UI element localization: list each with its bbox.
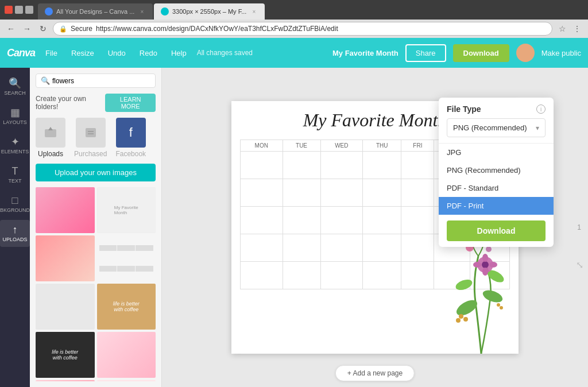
cal-cell: [401, 234, 434, 262]
refresh-button[interactable]: ↻: [37, 22, 49, 35]
close-window-button[interactable]: [5, 6, 13, 14]
option-pdf-standard[interactable]: PDF - Standard: [439, 179, 554, 197]
svg-point-6: [481, 288, 504, 304]
sidebar-item-layouts[interactable]: ▦ LAYOUTS: [0, 103, 30, 130]
sidebar-layouts-label: LAYOUTS: [3, 119, 26, 125]
tab1-label: All Your Designs – Canva ...: [56, 8, 134, 15]
image-thumb-2[interactable]: My FavoriteMonth: [97, 187, 156, 233]
menu-file[interactable]: File: [42, 47, 61, 60]
cal-cell: [241, 207, 283, 234]
file-type-select[interactable]: PNG (Recommended) ▾: [447, 118, 546, 137]
cal-cell: [241, 152, 283, 179]
address-bar: ← → ↻ 🔒 Secure https://www.canva.com/des…: [0, 20, 588, 38]
top-bar: Canva File Resize Undo Redo Help All cha…: [0, 38, 588, 68]
svg-point-18: [489, 262, 497, 268]
sidebar: 🔍 SEARCH ▦ LAYOUTS ✦ ELEMENTS T TEXT □ B…: [0, 68, 30, 387]
cal-cell: [401, 262, 434, 289]
tab-purchased[interactable]: Purchased: [74, 118, 107, 158]
minimize-window-button[interactable]: [15, 6, 23, 14]
forward-button[interactable]: →: [21, 22, 33, 35]
secure-label: Secure: [71, 25, 92, 33]
image-thumb-7[interactable]: life is betterwith coffee: [36, 332, 95, 378]
upload-images-button[interactable]: Upload your own images: [36, 164, 156, 181]
cal-cell: [363, 207, 401, 234]
image-thumb-3[interactable]: [36, 235, 95, 281]
share-button[interactable]: Share: [405, 44, 446, 62]
sidebar-item-background[interactable]: □ BKGROUND: [0, 191, 30, 218]
menu-redo[interactable]: Redo: [136, 47, 161, 60]
sidebar-search-label: SEARCH: [4, 90, 26, 96]
svg-point-27: [500, 306, 503, 309]
url-text: https://www.canva.com/design/DACxNfkYOwY…: [96, 25, 338, 33]
cal-cell: [363, 152, 401, 179]
resize-handle[interactable]: ⤡: [576, 260, 583, 270]
uploads-tab-icon: [36, 118, 65, 148]
browser-tab-2[interactable]: 3300px × 2550px – My F... ×: [154, 3, 265, 20]
menu-resize[interactable]: Resize: [68, 47, 98, 60]
cal-cell: [283, 152, 320, 179]
upload-tabs: Uploads Purchased f Facebook: [36, 118, 156, 158]
uploads-icon: ↑: [13, 225, 18, 235]
url-bar[interactable]: 🔒 Secure https://www.canva.com/design/DA…: [53, 22, 552, 36]
file-type-popup: File Type i PNG (Recommended) ▾ JPG PNG …: [439, 98, 554, 247]
svg-point-25: [456, 318, 461, 323]
menu-help[interactable]: Help: [168, 47, 190, 60]
option-pdf-print[interactable]: PDF - Print: [439, 197, 554, 215]
tab1-close[interactable]: ×: [138, 7, 146, 16]
sidebar-uploads-label: UPLOADS: [3, 237, 28, 242]
popup-download-button[interactable]: Download: [447, 220, 546, 241]
svg-point-24: [463, 317, 468, 322]
sidebar-item-uploads[interactable]: ↑ UPLOADS: [0, 220, 30, 247]
svg-marker-1: [48, 127, 53, 130]
svg-point-19: [482, 254, 488, 262]
cal-cell: [401, 179, 434, 207]
image-thumb-10[interactable]: [97, 380, 156, 381]
image-thumb-8[interactable]: [97, 332, 156, 378]
layouts-icon: ▦: [10, 107, 20, 118]
saved-text: All changes saved: [197, 49, 253, 57]
add-page-bar[interactable]: + Add a new page: [335, 365, 415, 381]
info-icon[interactable]: i: [536, 105, 546, 114]
app: Canva File Resize Undo Redo Help All cha…: [0, 38, 588, 387]
cal-cell: [363, 179, 401, 207]
image-thumb-5[interactable]: [36, 284, 95, 330]
sidebar-text-label: TEXT: [8, 178, 21, 184]
dropdown-options: JPG PNG (Recommended) PDF - Standard PDF…: [439, 143, 554, 215]
back-button[interactable]: ←: [5, 22, 17, 35]
image-thumb-6[interactable]: life is betterwith coffee: [97, 284, 156, 330]
bookmark-icon[interactable]: ☆: [556, 22, 568, 35]
cal-cell: [241, 262, 283, 289]
menu-icon[interactable]: ⋮: [571, 22, 583, 35]
search-input[interactable]: [52, 77, 150, 85]
search-box[interactable]: 🔍: [36, 73, 156, 88]
menu-undo[interactable]: Undo: [105, 47, 129, 60]
sidebar-item-search[interactable]: 🔍 SEARCH: [0, 73, 30, 100]
option-png[interactable]: PNG (Recommended): [439, 161, 554, 179]
page-number: 1: [577, 223, 581, 231]
tab-uploads[interactable]: Uploads: [36, 118, 65, 158]
design-title: My Favorite Month: [332, 49, 399, 57]
cal-cell: [401, 152, 434, 179]
image-thumb-1[interactable]: [36, 187, 95, 233]
learn-more-button[interactable]: LEARN MORE: [105, 94, 156, 112]
download-button[interactable]: Download: [453, 44, 509, 62]
tab-facebook[interactable]: f Facebook: [115, 118, 146, 158]
maximize-window-button[interactable]: [25, 6, 33, 14]
window-controls: [5, 6, 33, 14]
browser-tab-1[interactable]: All Your Designs – Canva ... ×: [38, 3, 153, 20]
cal-cell: [241, 179, 283, 207]
make-public-button[interactable]: Make public: [541, 49, 581, 57]
cal-header-fri: FRI: [401, 140, 434, 152]
svg-rect-0: [45, 129, 56, 137]
sidebar-item-elements[interactable]: ✦ ELEMENTS: [0, 132, 30, 159]
cal-header-wed: WED: [320, 140, 363, 152]
cal-cell: [363, 262, 401, 289]
image-thumb-9[interactable]: [36, 380, 95, 381]
text-icon: T: [12, 166, 18, 176]
sidebar-item-text[interactable]: T TEXT: [0, 161, 30, 188]
purchased-tab-label: Purchased: [74, 150, 107, 158]
image-thumb-4[interactable]: [97, 235, 156, 281]
option-jpg[interactable]: JPG: [439, 144, 554, 161]
browser-tabs: All Your Designs – Canva ... × 3300px × …: [38, 0, 583, 20]
tab2-close[interactable]: ×: [250, 7, 258, 16]
